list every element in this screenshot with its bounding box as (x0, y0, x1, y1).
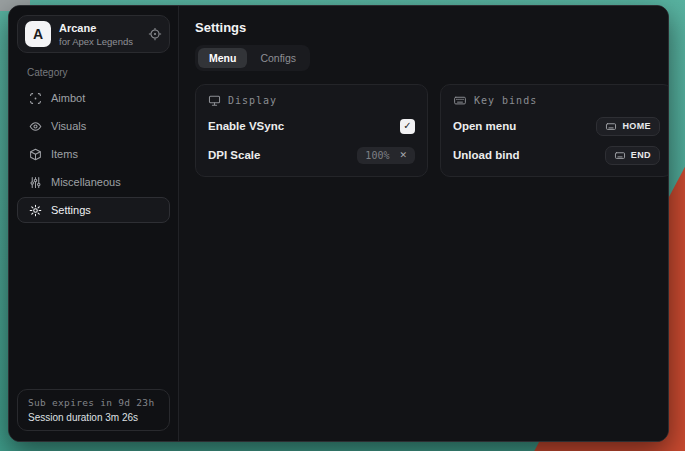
open-menu-label: Open menu (453, 120, 516, 132)
tab-configs[interactable]: Configs (249, 48, 307, 68)
settings-tab-bar: Menu Configs (195, 45, 310, 71)
unload-bind-label: Unload bind (453, 149, 519, 161)
unload-bind-key: END (631, 150, 651, 160)
session-duration-text: Session duration 3m 26s (28, 412, 159, 423)
subscription-info-card: Sub expires in 9d 23h Session duration 3… (17, 389, 170, 431)
sidebar-item-label: Settings (51, 204, 91, 216)
vsync-label: Enable VSync (208, 120, 284, 132)
sidebar-item-label: Aimbot (51, 92, 85, 104)
keyboard-icon (614, 150, 626, 161)
main-content: Settings Menu Configs Display Enable VSy… (179, 6, 669, 441)
page-title: Settings (195, 20, 669, 35)
display-panel-title: Display (228, 95, 277, 106)
sidebar-item-label: Miscellaneous (51, 176, 121, 188)
vsync-row: Enable VSync ✓ (208, 116, 415, 136)
gear-icon (28, 203, 42, 217)
app-window: A Arcane for Apex Legends Category Aimbo (8, 5, 669, 442)
app-header-card: A Arcane for Apex Legends (17, 15, 170, 53)
sidebar-spacer (17, 223, 170, 389)
keybinds-panel-header: Key binds (453, 94, 660, 107)
dpi-scale-value[interactable]: 100% (365, 150, 389, 161)
sidebar-item-items[interactable]: Items (17, 141, 170, 167)
display-panel: Display Enable VSync ✓ DPI Scale 100% ✕ (195, 84, 428, 177)
sidebar-item-aimbot[interactable]: Aimbot (17, 85, 170, 111)
open-menu-key: HOME (622, 121, 651, 131)
package-icon (28, 147, 42, 161)
dpi-row: DPI Scale 100% ✕ (208, 145, 415, 165)
tab-menu[interactable]: Menu (198, 48, 247, 68)
dpi-scale-input[interactable]: 100% ✕ (357, 147, 415, 164)
unload-keybind-button[interactable]: END (605, 146, 660, 165)
sub-expires-text: Sub expires in 9d 23h (28, 397, 159, 408)
display-panel-header: Display (208, 94, 415, 107)
sliders-icon (28, 175, 42, 189)
sidebar: A Arcane for Apex Legends Category Aimbo (9, 6, 179, 441)
settings-panels: Display Enable VSync ✓ DPI Scale 100% ✕ (195, 84, 669, 177)
vsync-checkbox[interactable]: ✓ (400, 119, 415, 134)
monitor-icon (208, 94, 221, 107)
unload-bind-row: Unload bind END (453, 145, 660, 165)
category-label: Category (27, 67, 170, 78)
sidebar-item-miscellaneous[interactable]: Miscellaneous (17, 169, 170, 195)
sidebar-item-settings[interactable]: Settings (17, 197, 170, 223)
open-menu-keybind-button[interactable]: HOME (596, 117, 660, 136)
app-header-texts: Arcane for Apex Legends (59, 22, 133, 47)
clear-icon[interactable]: ✕ (399, 151, 407, 160)
app-name: Arcane (59, 22, 133, 34)
keybinds-panel-title: Key binds (474, 95, 537, 106)
keyboard-icon (605, 121, 617, 132)
dpi-label: DPI Scale (208, 149, 260, 161)
eye-icon (28, 119, 42, 133)
app-logo: A (25, 21, 51, 47)
keybinds-panel: Key binds Open menu HOME Unload bin (440, 84, 669, 177)
app-subtitle: for Apex Legends (59, 36, 133, 47)
sidebar-item-label: Visuals (51, 120, 86, 132)
crosshair-icon (28, 91, 42, 105)
open-menu-row: Open menu HOME (453, 116, 660, 136)
sidebar-item-label: Items (51, 148, 78, 160)
target-icon[interactable] (148, 27, 162, 41)
keyboard-icon (453, 94, 467, 107)
sidebar-item-visuals[interactable]: Visuals (17, 113, 170, 139)
